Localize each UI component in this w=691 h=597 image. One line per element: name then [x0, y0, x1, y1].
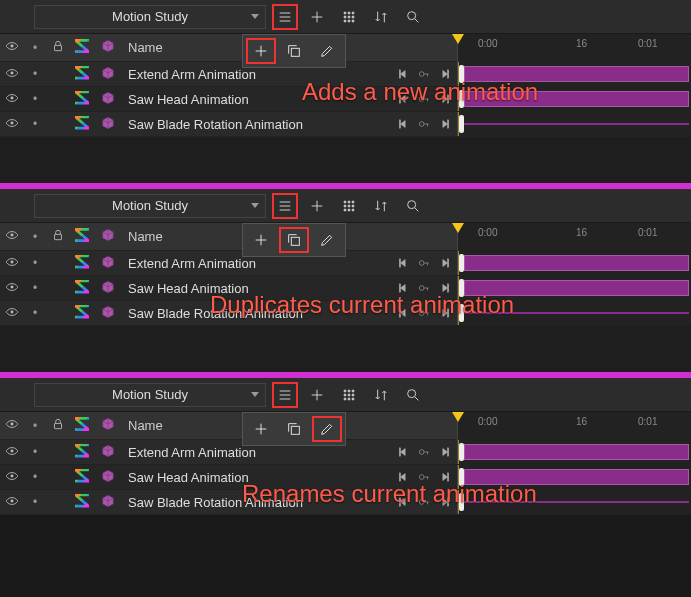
record-toggle[interactable]: • — [24, 281, 46, 295]
popup-duplicate-button[interactable] — [279, 38, 309, 64]
animation-name[interactable]: Saw Head Animation — [122, 281, 379, 296]
animation-name[interactable]: Saw Blade Rotation Animation — [122, 306, 379, 321]
animation-name[interactable]: Extend Arm Animation — [122, 67, 379, 82]
animation-menu-button[interactable] — [272, 193, 298, 219]
add-keyframe-button[interactable] — [415, 493, 433, 511]
visibility-toggle[interactable] — [0, 255, 24, 272]
timeline-track[interactable] — [457, 440, 691, 464]
timeline-track[interactable] — [457, 112, 691, 136]
animation-row[interactable]: • Saw Head Animation — [0, 87, 691, 112]
visibility-toggle[interactable] — [0, 91, 24, 108]
next-keyframe-button[interactable] — [435, 443, 453, 461]
prev-keyframe-button[interactable] — [395, 304, 413, 322]
add-button[interactable] — [304, 4, 330, 30]
timeline-track[interactable] — [457, 465, 691, 489]
animation-selector-dropdown[interactable]: Motion Study — [34, 383, 266, 407]
add-keyframe-button[interactable] — [415, 90, 433, 108]
timeline-track[interactable] — [457, 490, 691, 514]
time-ruler[interactable]: 0:00 16 0:01 — [457, 34, 691, 62]
add-keyframe-button[interactable] — [415, 279, 433, 297]
search-button[interactable] — [400, 382, 426, 408]
next-keyframe-button[interactable] — [435, 115, 453, 133]
animation-name[interactable]: Saw Blade Rotation Animation — [122, 117, 379, 132]
visibility-toggle[interactable] — [0, 444, 24, 461]
animation-row[interactable]: • Saw Blade Rotation Animation — [0, 490, 691, 515]
prev-keyframe-button[interactable] — [395, 115, 413, 133]
sort-button[interactable] — [368, 382, 394, 408]
search-button[interactable] — [400, 4, 426, 30]
animation-name[interactable]: Extend Arm Animation — [122, 445, 379, 460]
visibility-toggle[interactable] — [0, 469, 24, 486]
popup-duplicate-button[interactable] — [279, 227, 309, 253]
prev-keyframe-button[interactable] — [395, 279, 413, 297]
visibility-header[interactable] — [0, 228, 24, 245]
prev-keyframe-button[interactable] — [395, 493, 413, 511]
visibility-toggle[interactable] — [0, 280, 24, 297]
timeline-track[interactable] — [457, 87, 691, 111]
animation-menu-button[interactable] — [272, 382, 298, 408]
visibility-toggle[interactable] — [0, 494, 24, 511]
popup-rename-button[interactable] — [312, 416, 342, 442]
sort-button[interactable] — [368, 193, 394, 219]
prev-keyframe-button[interactable] — [395, 254, 413, 272]
animation-row[interactable]: • Saw Blade Rotation Animation — [0, 301, 691, 326]
next-keyframe-button[interactable] — [435, 304, 453, 322]
sort-button[interactable] — [368, 4, 394, 30]
lock-header[interactable] — [46, 39, 70, 56]
visibility-header[interactable] — [0, 39, 24, 56]
next-keyframe-button[interactable] — [435, 90, 453, 108]
animation-selector-dropdown[interactable]: Motion Study — [34, 194, 266, 218]
record-toggle[interactable]: • — [24, 495, 46, 509]
next-keyframe-button[interactable] — [435, 468, 453, 486]
snap-grid-button[interactable] — [336, 193, 362, 219]
add-keyframe-button[interactable] — [415, 254, 433, 272]
snap-grid-button[interactable] — [336, 382, 362, 408]
visibility-toggle[interactable] — [0, 305, 24, 322]
popup-add-button[interactable] — [246, 227, 276, 253]
animation-name[interactable]: Saw Head Animation — [122, 92, 379, 107]
playhead-icon[interactable] — [452, 34, 464, 44]
add-keyframe-button[interactable] — [415, 304, 433, 322]
prev-keyframe-button[interactable] — [395, 443, 413, 461]
lock-header[interactable] — [46, 228, 70, 245]
visibility-toggle[interactable] — [0, 66, 24, 83]
add-keyframe-button[interactable] — [415, 468, 433, 486]
popup-add-button[interactable] — [246, 38, 276, 64]
prev-keyframe-button[interactable] — [395, 65, 413, 83]
add-button[interactable] — [304, 382, 330, 408]
record-toggle[interactable]: • — [24, 92, 46, 106]
playhead-icon[interactable] — [452, 412, 464, 422]
prev-keyframe-button[interactable] — [395, 90, 413, 108]
snap-grid-button[interactable] — [336, 4, 362, 30]
animation-row[interactable]: • Saw Blade Rotation Animation — [0, 112, 691, 137]
timeline-track[interactable] — [457, 276, 691, 300]
add-keyframe-button[interactable] — [415, 443, 433, 461]
animation-selector-dropdown[interactable]: Motion Study — [34, 5, 266, 29]
time-ruler[interactable]: 0:00 16 0:01 — [457, 412, 691, 440]
popup-rename-button[interactable] — [312, 227, 342, 253]
timeline-track[interactable] — [457, 301, 691, 325]
animation-menu-button[interactable] — [272, 4, 298, 30]
prev-keyframe-button[interactable] — [395, 468, 413, 486]
record-toggle[interactable]: • — [24, 445, 46, 459]
record-toggle[interactable]: • — [24, 117, 46, 131]
popup-duplicate-button[interactable] — [279, 416, 309, 442]
next-keyframe-button[interactable] — [435, 254, 453, 272]
timeline-track[interactable] — [457, 62, 691, 86]
record-toggle[interactable]: • — [24, 67, 46, 81]
add-keyframe-button[interactable] — [415, 65, 433, 83]
record-toggle[interactable]: • — [24, 470, 46, 484]
next-keyframe-button[interactable] — [435, 493, 453, 511]
next-keyframe-button[interactable] — [435, 65, 453, 83]
animation-name[interactable]: Extend Arm Animation — [122, 256, 379, 271]
next-keyframe-button[interactable] — [435, 279, 453, 297]
add-button[interactable] — [304, 193, 330, 219]
visibility-toggle[interactable] — [0, 116, 24, 133]
visibility-header[interactable] — [0, 417, 24, 434]
add-keyframe-button[interactable] — [415, 115, 433, 133]
animation-name[interactable]: Saw Head Animation — [122, 470, 379, 485]
popup-rename-button[interactable] — [312, 38, 342, 64]
timeline-track[interactable] — [457, 251, 691, 275]
playhead-icon[interactable] — [452, 223, 464, 233]
popup-add-button[interactable] — [246, 416, 276, 442]
